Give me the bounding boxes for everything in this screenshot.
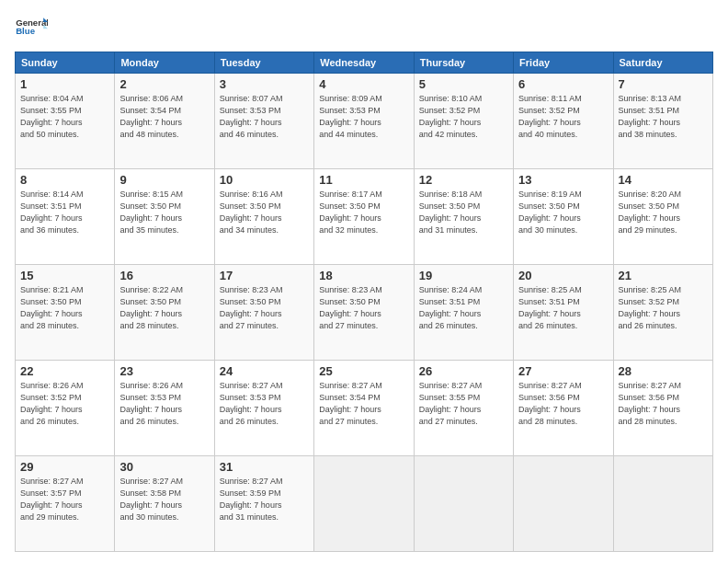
day-number: 6: [518, 77, 608, 91]
day-number: 21: [619, 269, 708, 282]
day-detail: Sunrise: 8:18 AM Sunset: 3:50 PM Dayligh…: [419, 189, 508, 236]
day-number: 28: [619, 364, 708, 378]
day-number: 13: [518, 173, 608, 187]
calendar-day-cell: 5Sunrise: 8:10 AM Sunset: 3:52 PM Daylig…: [414, 74, 513, 169]
calendar-day-cell: 12Sunrise: 8:18 AM Sunset: 3:50 PM Dayli…: [414, 169, 513, 265]
day-number: 26: [419, 364, 508, 378]
calendar-day-cell: 2Sunrise: 8:06 AM Sunset: 3:54 PM Daylig…: [115, 74, 214, 169]
day-number: 7: [619, 77, 708, 91]
calendar-day-cell: 8Sunrise: 8:14 AM Sunset: 3:51 PM Daylig…: [16, 169, 115, 265]
svg-text:Blue: Blue: [16, 26, 35, 36]
calendar-day-cell: 28Sunrise: 8:27 AM Sunset: 3:56 PM Dayli…: [613, 361, 712, 456]
weekday-header: Friday: [514, 52, 613, 74]
day-detail: Sunrise: 8:10 AM Sunset: 3:52 PM Dayligh…: [419, 93, 508, 141]
calendar-day-cell: 15Sunrise: 8:21 AM Sunset: 3:50 PM Dayli…: [16, 265, 115, 361]
calendar-day-cell: 11Sunrise: 8:17 AM Sunset: 3:50 PM Dayli…: [314, 169, 414, 265]
calendar-day-cell: 13Sunrise: 8:19 AM Sunset: 3:50 PM Dayli…: [514, 169, 613, 265]
day-detail: Sunrise: 8:09 AM Sunset: 3:53 PM Dayligh…: [319, 93, 408, 141]
day-detail: Sunrise: 8:26 AM Sunset: 3:53 PM Dayligh…: [119, 380, 209, 428]
calendar-day-cell: 3Sunrise: 8:07 AM Sunset: 3:53 PM Daylig…: [214, 74, 313, 169]
calendar-day-cell: 22Sunrise: 8:26 AM Sunset: 3:52 PM Dayli…: [16, 361, 115, 456]
calendar-day-cell: 30Sunrise: 8:27 AM Sunset: 3:58 PM Dayli…: [115, 456, 214, 552]
day-detail: Sunrise: 8:25 AM Sunset: 3:52 PM Dayligh…: [619, 284, 708, 332]
calendar-day-cell: 17Sunrise: 8:23 AM Sunset: 3:50 PM Dayli…: [214, 265, 313, 361]
day-number: 23: [119, 364, 209, 378]
day-detail: Sunrise: 8:13 AM Sunset: 3:51 PM Dayligh…: [619, 93, 708, 141]
day-detail: Sunrise: 8:16 AM Sunset: 3:50 PM Dayligh…: [220, 189, 309, 236]
day-detail: Sunrise: 8:27 AM Sunset: 3:58 PM Dayligh…: [119, 476, 209, 523]
weekday-header: Saturday: [613, 52, 712, 74]
weekday-header: Sunday: [16, 52, 115, 74]
day-number: 19: [419, 269, 508, 282]
calendar-day-cell: 27Sunrise: 8:27 AM Sunset: 3:56 PM Dayli…: [514, 361, 613, 456]
day-detail: Sunrise: 8:27 AM Sunset: 3:57 PM Dayligh…: [20, 476, 109, 523]
day-detail: Sunrise: 8:27 AM Sunset: 3:54 PM Dayligh…: [319, 380, 408, 428]
page: General Blue SundayMondayTuesdayWednesda…: [0, 0, 728, 563]
header: General Blue: [15, 11, 713, 44]
calendar-day-cell: [414, 456, 513, 552]
day-number: 1: [20, 77, 109, 91]
calendar-day-cell: 7Sunrise: 8:13 AM Sunset: 3:51 PM Daylig…: [613, 74, 712, 169]
day-detail: Sunrise: 8:14 AM Sunset: 3:51 PM Dayligh…: [20, 189, 109, 236]
day-detail: Sunrise: 8:27 AM Sunset: 3:53 PM Dayligh…: [220, 380, 309, 428]
day-detail: Sunrise: 8:21 AM Sunset: 3:50 PM Dayligh…: [20, 284, 109, 332]
day-detail: Sunrise: 8:23 AM Sunset: 3:50 PM Dayligh…: [220, 284, 309, 332]
calendar-day-cell: 1Sunrise: 8:04 AM Sunset: 3:55 PM Daylig…: [16, 74, 115, 169]
day-number: 3: [220, 77, 309, 91]
day-detail: Sunrise: 8:07 AM Sunset: 3:53 PM Dayligh…: [220, 93, 309, 141]
calendar-week-row: 1Sunrise: 8:04 AM Sunset: 3:55 PM Daylig…: [16, 74, 713, 169]
day-detail: Sunrise: 8:19 AM Sunset: 3:50 PM Dayligh…: [518, 189, 608, 236]
calendar-day-cell: 19Sunrise: 8:24 AM Sunset: 3:51 PM Dayli…: [414, 265, 513, 361]
day-number: 8: [20, 173, 109, 187]
calendar-day-cell: 4Sunrise: 8:09 AM Sunset: 3:53 PM Daylig…: [314, 74, 414, 169]
day-detail: Sunrise: 8:27 AM Sunset: 3:55 PM Dayligh…: [419, 380, 508, 428]
day-number: 2: [119, 77, 209, 91]
day-detail: Sunrise: 8:25 AM Sunset: 3:51 PM Dayligh…: [518, 284, 608, 332]
calendar-day-cell: 16Sunrise: 8:22 AM Sunset: 3:50 PM Dayli…: [115, 265, 214, 361]
day-number: 20: [518, 269, 608, 282]
calendar-day-cell: 14Sunrise: 8:20 AM Sunset: 3:50 PM Dayli…: [613, 169, 712, 265]
day-detail: Sunrise: 8:27 AM Sunset: 3:56 PM Dayligh…: [619, 380, 708, 428]
day-number: 25: [319, 364, 408, 378]
calendar-day-cell: 21Sunrise: 8:25 AM Sunset: 3:52 PM Dayli…: [613, 265, 712, 361]
weekday-header: Tuesday: [214, 52, 313, 74]
calendar-table: SundayMondayTuesdayWednesdayThursdayFrid…: [15, 52, 713, 552]
day-detail: Sunrise: 8:20 AM Sunset: 3:50 PM Dayligh…: [619, 189, 708, 236]
day-detail: Sunrise: 8:06 AM Sunset: 3:54 PM Dayligh…: [119, 93, 209, 141]
day-detail: Sunrise: 8:27 AM Sunset: 3:56 PM Dayligh…: [518, 380, 608, 428]
day-detail: Sunrise: 8:15 AM Sunset: 3:50 PM Dayligh…: [119, 189, 209, 236]
day-number: 4: [319, 77, 408, 91]
calendar-week-row: 15Sunrise: 8:21 AM Sunset: 3:50 PM Dayli…: [16, 265, 713, 361]
weekday-header: Monday: [115, 52, 214, 74]
calendar-day-cell: 29Sunrise: 8:27 AM Sunset: 3:57 PM Dayli…: [16, 456, 115, 552]
day-number: 14: [619, 173, 708, 187]
calendar-week-row: 22Sunrise: 8:26 AM Sunset: 3:52 PM Dayli…: [16, 361, 713, 456]
logo: General Blue: [15, 11, 48, 44]
day-detail: Sunrise: 8:23 AM Sunset: 3:50 PM Dayligh…: [319, 284, 408, 332]
calendar-day-cell: [314, 456, 414, 552]
day-number: 31: [220, 460, 309, 474]
weekday-header: Wednesday: [314, 52, 414, 74]
calendar-day-cell: [514, 456, 613, 552]
calendar-day-cell: 31Sunrise: 8:27 AM Sunset: 3:59 PM Dayli…: [214, 456, 313, 552]
logo-svg: General Blue: [15, 11, 48, 44]
day-detail: Sunrise: 8:26 AM Sunset: 3:52 PM Dayligh…: [20, 380, 109, 428]
day-number: 10: [220, 173, 309, 187]
calendar-header-row: SundayMondayTuesdayWednesdayThursdayFrid…: [16, 52, 713, 74]
day-detail: Sunrise: 8:04 AM Sunset: 3:55 PM Dayligh…: [20, 93, 109, 141]
day-number: 15: [20, 269, 109, 282]
calendar-day-cell: 18Sunrise: 8:23 AM Sunset: 3:50 PM Dayli…: [314, 265, 414, 361]
calendar-day-cell: 6Sunrise: 8:11 AM Sunset: 3:52 PM Daylig…: [514, 74, 613, 169]
day-detail: Sunrise: 8:11 AM Sunset: 3:52 PM Dayligh…: [518, 93, 608, 141]
day-number: 17: [220, 269, 309, 282]
calendar-day-cell: 20Sunrise: 8:25 AM Sunset: 3:51 PM Dayli…: [514, 265, 613, 361]
day-number: 18: [319, 269, 408, 282]
day-number: 16: [119, 269, 209, 282]
calendar-day-cell: 9Sunrise: 8:15 AM Sunset: 3:50 PM Daylig…: [115, 169, 214, 265]
calendar-week-row: 29Sunrise: 8:27 AM Sunset: 3:57 PM Dayli…: [16, 456, 713, 552]
day-detail: Sunrise: 8:17 AM Sunset: 3:50 PM Dayligh…: [319, 189, 408, 236]
calendar-day-cell: 25Sunrise: 8:27 AM Sunset: 3:54 PM Dayli…: [314, 361, 414, 456]
calendar-day-cell: 23Sunrise: 8:26 AM Sunset: 3:53 PM Dayli…: [115, 361, 214, 456]
day-number: 11: [319, 173, 408, 187]
day-number: 22: [20, 364, 109, 378]
